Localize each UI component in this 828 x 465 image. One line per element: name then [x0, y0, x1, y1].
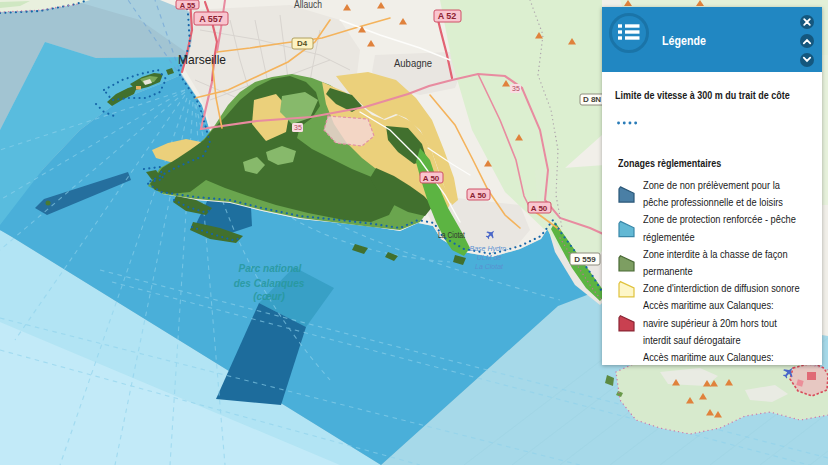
svg-text:D 8N: D 8N: [583, 95, 601, 104]
svg-text:35: 35: [512, 85, 520, 92]
svg-text:A 52: A 52: [438, 11, 457, 21]
svg-text:ULM de: ULM de: [477, 254, 502, 261]
svg-text:D 559: D 559: [574, 255, 596, 264]
svg-text:(cœur): (cœur): [253, 291, 285, 302]
svg-text:A 50: A 50: [531, 204, 548, 213]
svg-text:Base Hydro-: Base Hydro-: [470, 245, 510, 253]
svg-text:A 557: A 557: [199, 14, 223, 24]
svg-text:A 55: A 55: [180, 1, 196, 10]
svg-text:Aubagne: Aubagne: [394, 57, 432, 69]
svg-text:D4: D4: [297, 39, 308, 48]
svg-text:La Ciotat: La Ciotat: [438, 230, 465, 240]
svg-text:A 50: A 50: [423, 174, 440, 183]
svg-text:Parc national: Parc national: [239, 263, 302, 274]
svg-text:35: 35: [294, 124, 302, 131]
svg-text:des Calanques: des Calanques: [234, 278, 305, 289]
svg-text:Allauch: Allauch: [294, 0, 322, 10]
svg-text:A 50: A 50: [470, 191, 487, 200]
svg-text:Marseille: Marseille: [178, 52, 226, 67]
svg-text:La Ciotat: La Ciotat: [475, 263, 504, 270]
